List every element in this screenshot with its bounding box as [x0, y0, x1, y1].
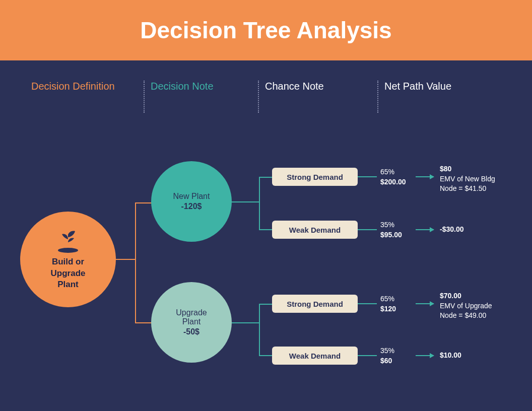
node-cost: -50$ [183, 327, 200, 336]
net-main: -$30.00 [440, 225, 520, 235]
connector [358, 176, 377, 177]
node-cost: -120$ [181, 202, 202, 211]
probability: 65% [380, 294, 396, 304]
connector [259, 229, 273, 230]
probability: 35% [380, 220, 402, 230]
root-node: Build orUpgradePlant [20, 212, 116, 307]
node-upgrade-plant: UpgradePlant -50$ [151, 282, 232, 363]
emv-value: Node = $49.00 [440, 311, 520, 321]
column-decision-definition: Decision Definition [25, 81, 144, 92]
decision-tree-diagram: Build orUpgradePlant New Plant -120$ Upg… [0, 131, 532, 411]
header-banner: Decision Tree Analysis [0, 0, 532, 60]
svg-point-0 [58, 248, 78, 253]
emv-value: Node = $41.50 [440, 184, 520, 194]
column-decision-note: Decision Note [145, 81, 258, 92]
column-chance-note: Chance Note [259, 81, 377, 92]
net-main: $10.00 [440, 351, 520, 361]
connector [358, 355, 377, 356]
probability: 35% [380, 346, 394, 356]
node-new-plant: New Plant -120$ [151, 161, 232, 242]
connector [259, 304, 273, 305]
chance-value: 35% $95.00 [380, 220, 402, 240]
net-path-value: $10.00 [440, 351, 520, 361]
connector [231, 322, 259, 323]
connector [135, 202, 152, 203]
page-title: Decision Tree Analysis [140, 17, 391, 44]
plant-icon [54, 228, 82, 253]
connector [358, 229, 377, 230]
net-path-value: $80 EMV of New Bldg Node = $41.50 [440, 164, 520, 194]
net-main: $70.00 [440, 291, 520, 301]
chance-value: 65% $200.00 [380, 167, 406, 187]
connector [231, 201, 259, 202]
connector [115, 259, 136, 260]
chance-strong-demand: Strong Demand [272, 295, 358, 313]
column-headers: Decision Definition Decision Note Chance… [0, 60, 532, 113]
connector [358, 303, 377, 304]
chance-strong-demand: Strong Demand [272, 168, 358, 186]
emv-label: EMV of Upgrade [440, 301, 520, 311]
root-label: Build orUpgradePlant [51, 256, 86, 291]
payoff: $120 [380, 304, 396, 314]
payoff: $200.00 [380, 177, 406, 187]
connector [259, 355, 273, 356]
chance-weak-demand: Weak Demand [272, 347, 358, 365]
probability: 65% [380, 167, 406, 177]
node-name: UpgradePlant [176, 308, 207, 326]
node-name: New Plant [173, 192, 210, 201]
connector [259, 177, 273, 178]
payoff: $60 [380, 356, 394, 366]
column-net-path-value: Net Path Value [378, 81, 499, 92]
connector [135, 322, 152, 323]
arrow-icon [416, 303, 434, 304]
arrow-icon [416, 355, 434, 356]
arrow-icon [416, 176, 434, 177]
chance-value: 65% $120 [380, 294, 396, 314]
chance-value: 35% $60 [380, 346, 394, 366]
connector [259, 177, 260, 230]
arrow-icon [416, 229, 434, 230]
payoff: $95.00 [380, 230, 402, 240]
net-path-value: -$30.00 [440, 225, 520, 235]
connector [135, 202, 136, 323]
connector [259, 304, 260, 356]
emv-label: EMV of New Bldg [440, 174, 520, 184]
net-main: $80 [440, 164, 520, 174]
net-path-value: $70.00 EMV of Upgrade Node = $49.00 [440, 291, 520, 321]
chance-weak-demand: Weak Demand [272, 221, 358, 239]
